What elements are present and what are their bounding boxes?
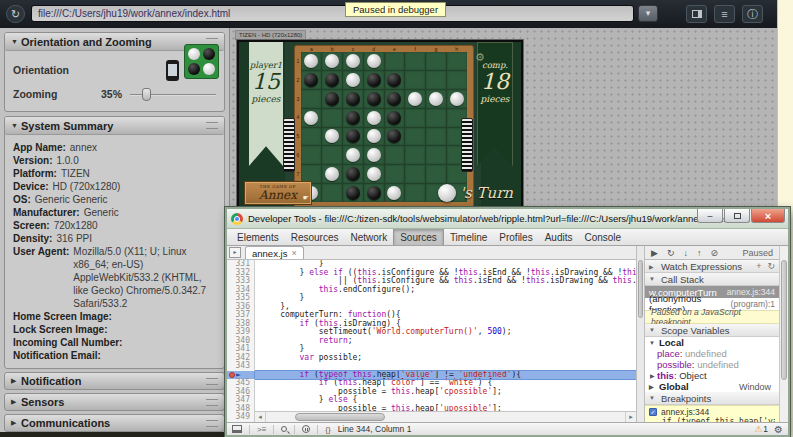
board-cell-e6[interactable] xyxy=(385,146,405,164)
watch-expressions-header[interactable]: ▶ Watch Expressions + ↻ xyxy=(645,260,779,273)
board-cell-d7[interactable] xyxy=(364,165,384,183)
file-tab-annexjs[interactable]: annex.js × xyxy=(245,246,304,259)
devtools-tab-console[interactable]: Console xyxy=(578,229,627,245)
refresh-watch-icon[interactable]: ↻ xyxy=(767,261,775,271)
board-cell-c7[interactable] xyxy=(343,165,363,183)
board-cell-c4[interactable] xyxy=(343,109,363,127)
resume-icon[interactable]: ▶ xyxy=(651,247,658,259)
board-cell-f3[interactable] xyxy=(405,90,425,108)
line-number[interactable]: 343 xyxy=(227,362,255,371)
maximize-button[interactable] xyxy=(724,209,750,223)
url-dropdown-button[interactable]: ▾ xyxy=(638,5,658,22)
step-over-icon[interactable]: ↻ xyxy=(667,247,675,259)
close-tab-icon[interactable]: × xyxy=(291,248,296,258)
devtools-tab-timeline[interactable]: Timeline xyxy=(444,229,493,245)
board-cell-d2[interactable] xyxy=(364,71,384,89)
board-cell-e5[interactable] xyxy=(385,128,405,146)
sidebar-panel-notification[interactable]: ▶Notification xyxy=(4,372,225,390)
close-button[interactable]: × xyxy=(751,209,785,223)
board-cell-a5[interactable] xyxy=(301,128,321,146)
devtools-tab-network[interactable]: Network xyxy=(345,229,394,245)
show-console-icon[interactable]: >≡ xyxy=(257,425,266,434)
scroll-right-icon[interactable]: ▸ xyxy=(625,412,636,422)
editor-panel-splitter[interactable] xyxy=(636,246,645,422)
scope-local-section[interactable]: ▼ Local xyxy=(645,337,779,348)
board-cell-h1[interactable] xyxy=(447,52,467,70)
breakpoint-checkbox[interactable]: ✓ xyxy=(649,408,657,416)
board-cell-f4[interactable] xyxy=(405,109,425,127)
error-warning-count[interactable]: ⚠ 1 xyxy=(754,424,768,434)
minimize-button[interactable]: – xyxy=(697,209,723,223)
dock-side-icon[interactable] xyxy=(232,425,242,433)
board-cell-e8[interactable] xyxy=(385,184,405,202)
board-cell-a4[interactable] xyxy=(301,109,321,127)
game-settings-gear-icon[interactable]: ⚙ xyxy=(475,51,485,64)
board-cell-c5[interactable] xyxy=(343,128,363,146)
sidebar-panel-sensors[interactable]: ▶Sensors xyxy=(4,393,225,411)
board-cell-b6[interactable] xyxy=(322,146,342,164)
breakpoint-entry[interactable]: ✓ annex.js:344 if (typeof this.heap['val… xyxy=(645,405,779,422)
scope-global-section[interactable]: ▶ Global Window xyxy=(645,381,779,392)
zoom-slider[interactable] xyxy=(130,88,216,101)
board-cell-d3[interactable] xyxy=(364,90,384,108)
board-cell-a2[interactable] xyxy=(301,71,321,89)
devtools-titlebar[interactable]: Developer Tools - file:///C:/tizen-sdk/t… xyxy=(227,209,788,229)
board-cell-d4[interactable] xyxy=(364,109,384,127)
devtools-tab-elements[interactable]: Elements xyxy=(231,229,285,245)
board-cell-g7[interactable] xyxy=(426,165,446,183)
deactivate-breakpoints-icon[interactable]: ⊘ xyxy=(710,247,718,259)
horizontal-scrollbar[interactable]: ◂ ▸ xyxy=(255,411,636,422)
url-input[interactable]: file:///C:/Users/jhu19/work/annex/index.… xyxy=(31,5,634,22)
board-cell-f5[interactable] xyxy=(405,128,425,146)
board-cell-g1[interactable] xyxy=(426,52,446,70)
board-cell-b5[interactable] xyxy=(322,128,342,146)
line-number[interactable]: 349 xyxy=(227,413,255,422)
scroll-left-icon[interactable]: ◂ xyxy=(255,412,266,422)
panel-toggle-button[interactable] xyxy=(686,5,707,23)
show-navigator-icon[interactable]: ▸ xyxy=(229,247,241,258)
board-cell-d8[interactable] xyxy=(364,184,384,202)
board-cell-e1[interactable] xyxy=(385,52,405,70)
scope-variables-header[interactable]: ▼ Scope Variables xyxy=(645,324,779,337)
search-icon[interactable] xyxy=(281,426,287,432)
devtools-tab-audits[interactable]: Audits xyxy=(539,229,579,245)
board-cell-f1[interactable] xyxy=(405,52,425,70)
scrollbar-thumb[interactable] xyxy=(781,260,787,380)
board-cell-e7[interactable] xyxy=(385,165,405,183)
devtools-tab-sources[interactable]: Sources xyxy=(393,229,444,245)
board-cell-f8[interactable] xyxy=(405,184,425,202)
portrait-orientation-icon[interactable] xyxy=(166,60,179,81)
board-cell-c8[interactable] xyxy=(343,184,363,202)
board-cell-d1[interactable] xyxy=(364,52,384,70)
board-cell-b7[interactable] xyxy=(322,165,342,183)
step-into-icon[interactable]: ↓ xyxy=(683,247,688,259)
breakpoints-header[interactable]: ▼ Breakpoints xyxy=(645,392,779,405)
board-cell-e2[interactable] xyxy=(385,71,405,89)
board-cell-d5[interactable] xyxy=(364,128,384,146)
code-area[interactable]: 331 }332 } else if ((this.isConfigure &&… xyxy=(227,260,636,422)
board-cell-b1[interactable] xyxy=(322,52,342,70)
board-cell-c6[interactable] xyxy=(343,146,363,164)
board-cell-h2[interactable] xyxy=(447,71,467,89)
board-cell-b8[interactable] xyxy=(322,184,342,202)
board-cell-b3[interactable] xyxy=(322,90,342,108)
settings-gear-icon[interactable]: ⚙ xyxy=(774,424,783,435)
pause-on-exceptions-icon[interactable] xyxy=(302,425,310,433)
reload-button[interactable]: ↻ xyxy=(6,5,25,23)
devtools-tab-resources[interactable]: Resources xyxy=(285,229,345,245)
board-cell-g5[interactable] xyxy=(426,128,446,146)
info-button[interactable]: ⓘ xyxy=(742,5,763,23)
pretty-print-icon[interactable]: {} xyxy=(325,425,330,434)
scope-variable[interactable]: place: undefined xyxy=(645,348,779,359)
devtools-tab-profiles[interactable]: Profiles xyxy=(493,229,538,245)
board-cell-g3[interactable] xyxy=(426,90,446,108)
system-summary-header[interactable]: ▼ System Summary xyxy=(5,117,224,135)
add-watch-icon[interactable]: + xyxy=(756,261,761,271)
call-stack-header[interactable]: ▼ Call Stack xyxy=(645,273,779,286)
board-cell-d6[interactable] xyxy=(364,146,384,164)
splitter-thumb[interactable] xyxy=(638,260,643,318)
scope-variable[interactable]: possible: undefined xyxy=(645,359,779,370)
board-cell-a3[interactable] xyxy=(301,90,321,108)
board-cell-a6[interactable] xyxy=(301,146,321,164)
slider-thumb[interactable] xyxy=(142,88,151,101)
